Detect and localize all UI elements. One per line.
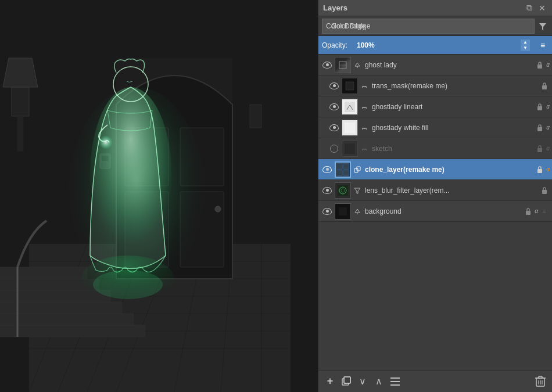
- lock-icon[interactable]: [535, 123, 545, 133]
- lock-icon[interactable]: [539, 185, 550, 196]
- svg-rect-46: [346, 82, 354, 90]
- opacity-row: Opacity: 100% ▲ ▼ ≡: [318, 36, 552, 55]
- eye-icon: [329, 103, 339, 110]
- move-up-button[interactable]: ∧: [372, 375, 386, 389]
- svg-rect-56: [343, 163, 349, 168]
- layer-thumbnail: [335, 57, 351, 73]
- svg-rect-21: [0, 267, 87, 279]
- blend-mode-select[interactable]: Normal Dissolve Darken Multiply Color Bu…: [322, 19, 535, 34]
- svg-rect-70: [526, 211, 531, 215]
- svg-rect-72: [344, 377, 350, 383]
- visibility-toggle[interactable]: [328, 80, 340, 92]
- canvas-area: [0, 0, 318, 392]
- layer-name: ghost lady: [363, 61, 535, 69]
- lock-icon[interactable]: [523, 206, 533, 217]
- layer-right-icons: [539, 185, 550, 196]
- opacity-label: Opacity:: [322, 41, 347, 49]
- panel-expand-icon[interactable]: ⧉: [524, 3, 535, 13]
- layer-name: ghostlady white fill: [370, 124, 535, 132]
- layer-middle-icons: [353, 207, 361, 215]
- layer-name: background: [363, 207, 523, 215]
- layer-right-icons: α ≡: [523, 206, 550, 217]
- eye-icon: [322, 62, 332, 69]
- opacity-spinbox[interactable]: ▲ ▼: [521, 39, 530, 51]
- layer-list: ghost lady α: [318, 55, 552, 370]
- layer-row[interactable]: background α ≡: [318, 201, 552, 222]
- visibility-toggle[interactable]: [321, 184, 334, 197]
- layer-filter-icon[interactable]: [537, 20, 549, 32]
- layer-name: trans_mask(remake me): [370, 82, 539, 90]
- svg-rect-44: [537, 64, 542, 69]
- svg-marker-40: [539, 23, 546, 30]
- layer-middle-icons: [353, 61, 361, 69]
- blend-mode-row: Normal Dissolve Darken Multiply Color Bu…: [318, 16, 552, 36]
- layer-thumbnail: [335, 161, 351, 178]
- svg-rect-75: [390, 381, 400, 382]
- visibility-toggle[interactable]: [321, 163, 334, 176]
- svg-rect-49: [537, 106, 542, 110]
- visibility-toggle[interactable]: [328, 100, 340, 113]
- layer-type-icon: [353, 61, 361, 69]
- new-layer-button[interactable]: [339, 375, 353, 389]
- svg-rect-57: [337, 170, 342, 175]
- layer-thumbnail: [335, 182, 351, 199]
- svg-rect-53: [537, 148, 542, 152]
- svg-rect-76: [390, 384, 400, 386]
- layer-middle-icons: [360, 103, 368, 111]
- layer-thumbnail: [342, 99, 358, 115]
- layer-right-icons: α: [535, 123, 550, 133]
- layer-row[interactable]: clone_layer(remake me) α: [318, 159, 552, 180]
- layer-row[interactable]: sketch α: [318, 138, 552, 159]
- svg-marker-31: [3, 58, 38, 87]
- eye-icon: [322, 166, 332, 173]
- layer-row[interactable]: ghost lady α: [318, 55, 552, 75]
- layer-thumbnail: [342, 120, 358, 136]
- opacity-down-button[interactable]: ▼: [521, 45, 530, 51]
- visibility-toggle[interactable]: [328, 142, 340, 155]
- layer-properties-button[interactable]: [388, 375, 402, 389]
- layer-type-icon: [360, 103, 368, 111]
- move-down-button[interactable]: ∨: [356, 375, 370, 389]
- svg-rect-30: [12, 87, 29, 116]
- extra-icon: ≡: [539, 206, 550, 217]
- layer-row[interactable]: lens_blur_filter_layer(rem...: [318, 180, 552, 201]
- delete-layer-button[interactable]: [533, 375, 547, 389]
- layer-row[interactable]: trans_mask(remake me): [318, 75, 552, 96]
- layer-name: sketch: [370, 145, 535, 153]
- lock-icon[interactable]: [539, 81, 550, 91]
- layer-row[interactable]: ghostlady white fill α: [318, 117, 552, 138]
- opacity-menu-icon[interactable]: ≡: [537, 39, 549, 51]
- svg-rect-32: [17, 116, 23, 151]
- svg-rect-51: [537, 127, 542, 131]
- layer-row[interactable]: ghostlady lineart α: [318, 96, 552, 117]
- layer-thumbnail: [342, 141, 358, 157]
- visibility-toggle[interactable]: [321, 59, 334, 71]
- layer-name: lens_blur_filter_layer(rem...: [363, 186, 539, 195]
- panel-footer: + ∨ ∧: [318, 370, 552, 392]
- lock-icon[interactable]: [535, 164, 545, 175]
- lock-icon[interactable]: [535, 143, 545, 154]
- add-layer-button[interactable]: +: [323, 375, 337, 389]
- visibility-toggle[interactable]: [321, 205, 334, 218]
- svg-rect-48: [345, 102, 355, 112]
- svg-point-27: [215, 206, 221, 212]
- lock-icon[interactable]: [535, 102, 545, 112]
- panel-header-icons: ⧉ ✕: [524, 3, 547, 13]
- alpha-icon-active: α: [546, 166, 550, 172]
- visibility-toggle[interactable]: [328, 121, 340, 134]
- svg-point-36: [99, 135, 113, 149]
- eye-icon: [329, 82, 339, 89]
- panel-header: Layers ⧉ ✕: [318, 0, 552, 16]
- svg-rect-68: [339, 207, 347, 215]
- svg-marker-65: [354, 188, 360, 193]
- layer-thumbnail: [335, 203, 351, 220]
- svg-rect-58: [343, 170, 349, 175]
- panel-close-icon[interactable]: ✕: [537, 3, 547, 13]
- svg-rect-50: [345, 123, 355, 133]
- opacity-up-button[interactable]: ▲: [521, 39, 530, 45]
- lock-icon[interactable]: [535, 60, 545, 70]
- alpha-icon: α: [546, 145, 550, 152]
- svg-rect-47: [542, 85, 547, 89]
- svg-rect-39: [250, 105, 261, 128]
- opacity-value: 100%: [357, 41, 375, 49]
